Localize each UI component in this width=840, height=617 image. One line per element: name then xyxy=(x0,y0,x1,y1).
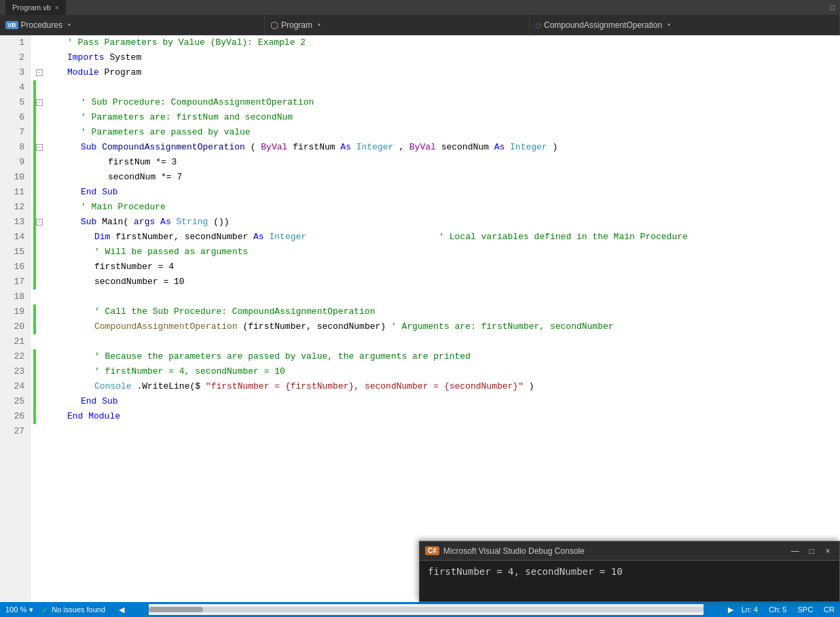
code-line-14: Dim firstNumber, secondNumber As Integer… xyxy=(31,230,840,245)
code-text-16: firstNumber = 4 xyxy=(67,260,174,275)
gutter-12 xyxy=(33,200,67,215)
code-text-10: secondNum *= 7 xyxy=(67,170,182,185)
code-line-21 xyxy=(31,334,840,349)
code-line-26: End Module xyxy=(31,409,840,424)
code-text-17: secondNumber = 10 xyxy=(67,275,185,289)
maximize-icon[interactable]: □ xyxy=(830,3,835,12)
method-label: CompoundAssignmentOperation xyxy=(544,20,662,30)
line-num-22: 22 xyxy=(5,349,24,364)
check-icon: ✓ xyxy=(41,605,49,615)
code-text-8: Sub CompoundAssignmentOperation ( ByVal … xyxy=(67,140,558,155)
line-num-7: 7 xyxy=(5,125,24,140)
procedures-dropdown[interactable]: VB Procedures ▾ xyxy=(0,15,265,35)
line-num-11: 11 xyxy=(5,185,24,200)
gutter-10 xyxy=(33,170,67,185)
zoom-chevron: ▾ xyxy=(29,605,33,614)
line-num-27: 27 xyxy=(5,424,24,439)
line-num-26: 26 xyxy=(5,409,24,424)
collapse-5[interactable]: − xyxy=(36,99,43,106)
window-controls: □ xyxy=(830,3,835,12)
debug-console-title: Microsoft Visual Studio Debug Console xyxy=(443,546,785,556)
line-num-16: 16 xyxy=(5,260,24,275)
program-icon: ⬡ xyxy=(270,20,278,31)
code-text-5: ' Sub Procedure: CompoundAssignmentOpera… xyxy=(67,95,314,110)
scrollbar-thumb[interactable] xyxy=(149,607,203,612)
code-text-23: ' firstNumber = 4, secondNumber = 10 xyxy=(67,364,285,379)
code-content[interactable]: ' Pass Parameters by Value (ByVal): Exam… xyxy=(31,35,840,602)
code-line-9: firstNum *= 3 xyxy=(31,155,840,170)
code-line-2: Imports System xyxy=(31,50,840,65)
title-bar: Program.vb × □ xyxy=(0,0,840,15)
gutter-9 xyxy=(33,155,67,170)
code-line-8: − Sub CompoundAssignmentOperation ( ByVa… xyxy=(31,140,840,155)
code-line-6: ' Parameters are: firstNum and secondNum xyxy=(31,110,840,125)
gutter-24 xyxy=(33,379,67,394)
collapse-3[interactable]: − xyxy=(36,69,43,76)
debug-minimize-button[interactable]: — xyxy=(789,545,801,557)
close-tab-button[interactable]: × xyxy=(55,4,59,12)
line-num-14: 14 xyxy=(5,230,24,245)
code-line-23: ' firstNumber = 4, secondNumber = 10 xyxy=(31,364,840,379)
scroll-left-button[interactable]: ◀ xyxy=(119,605,124,614)
line-num-25: 25 xyxy=(5,394,24,409)
code-line-3: − Module Program xyxy=(31,65,840,80)
collapse-13[interactable]: − xyxy=(36,219,43,226)
program-dropdown[interactable]: ⬡ Program ▾ xyxy=(265,15,530,35)
scrollbar-area[interactable] xyxy=(149,604,704,615)
program-chevron: ▾ xyxy=(318,22,321,28)
code-text-3: Program xyxy=(99,65,141,80)
code-text-14: Dim firstNumber, secondNumber As Integer… xyxy=(67,230,688,245)
line-num-3: 3 xyxy=(5,65,24,80)
code-area: 1 2 3 4 5 6 7 8 9 10 11 12 13 14 15 16 1… xyxy=(0,35,840,602)
gutter-16 xyxy=(33,260,67,275)
code-text-19: ' Call the Sub Procedure: CompoundAssign… xyxy=(67,304,375,319)
line-num-15: 15 xyxy=(5,245,24,260)
code-kw-module: Module xyxy=(67,65,99,80)
file-tab-label: Program.vb xyxy=(12,3,51,12)
debug-close-button[interactable]: × xyxy=(822,545,834,557)
gutter-23 xyxy=(33,364,67,379)
gutter-7 xyxy=(33,125,67,140)
line-number-status: Ln: 4 xyxy=(742,605,758,614)
code-text-1: ' Pass Parameters by Value (ByVal): Exam… xyxy=(67,35,306,50)
code-text-12: ' Main Procedure xyxy=(67,200,166,215)
code-line-17: secondNumber = 10 xyxy=(31,275,840,289)
code-line-12: ' Main Procedure xyxy=(31,200,840,215)
debug-maximize-button[interactable]: □ xyxy=(805,545,818,557)
gutter-14 xyxy=(33,230,67,245)
gutter-5: − xyxy=(33,95,67,110)
code-text-22: ' Because the parameters are passed by v… xyxy=(67,349,471,364)
gutter-3: − xyxy=(33,69,67,76)
line-num-4: 4 xyxy=(5,80,24,95)
nav-bar: VB Procedures ▾ ⬡ Program ▾ ◇ CompoundAs… xyxy=(0,15,840,35)
code-line-22: ' Because the parameters are passed by v… xyxy=(31,349,840,364)
debug-output: firstNumber = 4, secondNumber = 10 xyxy=(428,566,831,577)
code-text-24: Console .WriteLine($ "firstNumber = {fir… xyxy=(67,379,534,394)
gutter-13: − xyxy=(33,215,67,230)
code-line-4 xyxy=(31,80,840,95)
program-label: Program xyxy=(281,20,312,30)
gutter-11 xyxy=(33,185,67,200)
cr-indicator: CR xyxy=(824,605,835,614)
collapse-8[interactable]: − xyxy=(36,144,43,151)
code-text-15: ' Will be passed as arguments xyxy=(67,245,248,260)
vb-icon: VB xyxy=(5,21,18,29)
zoom-control[interactable]: 100 % ▾ xyxy=(5,605,33,614)
file-tab[interactable]: Program.vb × xyxy=(5,0,66,15)
scroll-right-button[interactable]: ▶ xyxy=(728,605,733,614)
editor: 1 2 3 4 5 6 7 8 9 10 11 12 13 14 15 16 1… xyxy=(0,35,840,602)
line-num-24: 24 xyxy=(5,379,24,394)
issues-text: No issues found xyxy=(52,605,105,614)
line-num-10: 10 xyxy=(5,170,24,185)
issues-indicator: ✓ No issues found xyxy=(41,605,105,615)
debug-console-header: C# Microsoft Visual Studio Debug Console… xyxy=(420,542,839,561)
method-dropdown[interactable]: ◇ CompoundAssignmentOperation ▾ xyxy=(530,15,840,35)
code-text-7: ' Parameters are passed by value xyxy=(67,125,251,140)
code-line-13: − Sub Main( args As String ()) xyxy=(31,215,840,230)
debug-console-body: firstNumber = 4, secondNumber = 10 xyxy=(420,561,839,601)
gutter-22 xyxy=(33,349,67,364)
code-line-19: ' Call the Sub Procedure: CompoundAssign… xyxy=(31,304,840,319)
code-text-26: End Module xyxy=(67,409,120,424)
code-text-20: CompoundAssignmentOperation (firstNumber… xyxy=(67,319,614,334)
code-text-25: End Sub xyxy=(67,394,118,409)
